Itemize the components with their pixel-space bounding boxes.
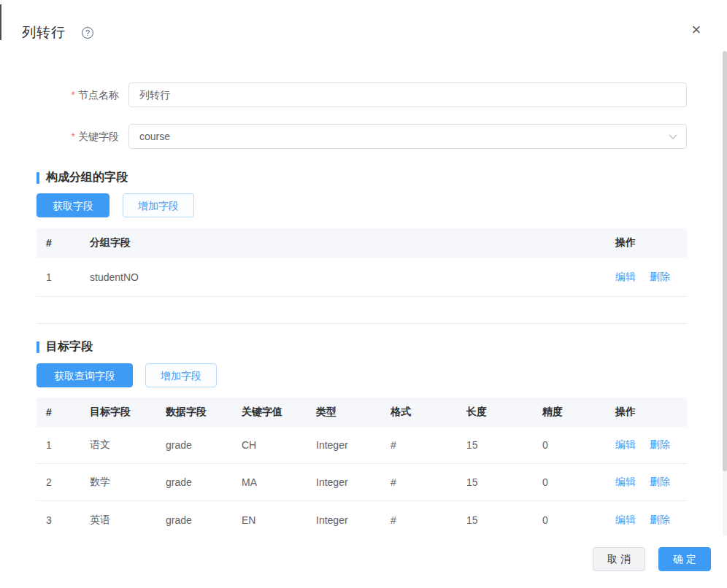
vertical-scrollbar-track[interactable] bbox=[723, 51, 727, 536]
col-target-field: 目标字段 bbox=[90, 406, 166, 419]
cell-precision: 0 bbox=[542, 476, 615, 488]
cell-group-field: studentNO bbox=[90, 271, 615, 283]
cell-index: 1 bbox=[46, 439, 90, 451]
cell-target-field: 英语 bbox=[90, 514, 166, 527]
table-row: 3 英语 grade EN Integer # 15 0 编辑删除 bbox=[36, 501, 687, 538]
col-data-field: 数据字段 bbox=[166, 406, 242, 419]
delete-link[interactable]: 删除 bbox=[650, 476, 670, 487]
vertical-scrollbar-thumb[interactable] bbox=[723, 51, 727, 471]
col-group-field: 分组字段 bbox=[90, 236, 615, 249]
key-field-select[interactable]: course bbox=[128, 124, 687, 149]
add-field-button[interactable]: 增加字段 bbox=[145, 363, 217, 387]
col-type: 类型 bbox=[316, 406, 391, 419]
cell-key-value: MA bbox=[242, 476, 316, 488]
cell-format: # bbox=[391, 476, 466, 488]
required-asterisk: * bbox=[72, 89, 75, 101]
cell-data-field: grade bbox=[166, 514, 242, 526]
cell-length: 15 bbox=[466, 476, 542, 488]
target-fields-table: # 目标字段 数据字段 关键字值 类型 格式 长度 精度 操作 1 语文 gra… bbox=[36, 398, 687, 538]
cell-index: 1 bbox=[46, 271, 90, 283]
close-icon[interactable]: × bbox=[687, 20, 706, 39]
col-format: 格式 bbox=[391, 406, 466, 419]
chevron-down-icon bbox=[669, 134, 677, 140]
cell-key-value: CH bbox=[242, 439, 316, 451]
cell-type: Integer bbox=[316, 514, 391, 526]
cell-type: Integer bbox=[316, 476, 391, 488]
key-field-label: *关键字段 bbox=[0, 124, 119, 149]
get-query-fields-button[interactable]: 获取查询字段 bbox=[36, 363, 133, 387]
cell-type: Integer bbox=[316, 439, 391, 451]
col-actions: 操作 bbox=[615, 236, 687, 249]
col-length: 长度 bbox=[466, 406, 542, 419]
cell-index: 2 bbox=[46, 476, 90, 488]
table-row: 1 studentNO 编辑删除 bbox=[36, 258, 687, 297]
cell-actions: 编辑删除 bbox=[615, 514, 687, 527]
cell-actions: 编辑删除 bbox=[615, 438, 687, 452]
delete-link[interactable]: 删除 bbox=[650, 438, 670, 450]
cell-length: 15 bbox=[466, 514, 542, 526]
cell-data-field: grade bbox=[166, 476, 242, 488]
cell-index: 3 bbox=[46, 514, 90, 526]
delete-link[interactable]: 删除 bbox=[650, 271, 670, 282]
column-to-row-dialog: 列转行 ? × *节点名称 列转行 *关键字段 course 构成分组的字段 获… bbox=[0, 0, 727, 588]
cell-precision: 0 bbox=[542, 514, 615, 526]
table-row: 2 数学 grade MA Integer # 15 0 编辑删除 bbox=[36, 464, 687, 501]
background-edge-artifact bbox=[0, 4, 1, 40]
cancel-button[interactable]: 取 消 bbox=[593, 547, 645, 571]
section-accent-bar bbox=[36, 172, 39, 184]
delete-link[interactable]: 删除 bbox=[650, 514, 670, 525]
group-fields-section-title: 构成分组的字段 bbox=[36, 170, 128, 185]
cell-data-field: grade bbox=[166, 439, 242, 451]
target-fields-section-title: 目标字段 bbox=[36, 339, 93, 355]
col-key-value: 关键字值 bbox=[242, 406, 316, 419]
table-header-row: # 分组字段 操作 bbox=[36, 228, 687, 258]
node-name-label: *节点名称 bbox=[0, 82, 119, 107]
col-index: # bbox=[46, 237, 90, 249]
cell-actions: 编辑删除 bbox=[615, 271, 687, 284]
cell-length: 15 bbox=[466, 439, 542, 451]
cell-format: # bbox=[391, 514, 466, 526]
get-fields-button[interactable]: 获取字段 bbox=[36, 193, 109, 217]
required-asterisk: * bbox=[72, 131, 75, 142]
help-icon[interactable]: ? bbox=[82, 27, 93, 39]
section-accent-bar bbox=[36, 341, 39, 353]
cell-actions: 编辑删除 bbox=[615, 476, 687, 489]
section-divider bbox=[36, 323, 687, 324]
edit-link[interactable]: 编辑 bbox=[615, 514, 636, 525]
confirm-button[interactable]: 确 定 bbox=[658, 547, 711, 571]
cell-format: # bbox=[391, 439, 466, 451]
table-row: 1 语文 grade CH Integer # 15 0 编辑删除 bbox=[36, 427, 687, 464]
node-name-input[interactable]: 列转行 bbox=[128, 82, 687, 107]
cell-precision: 0 bbox=[542, 439, 615, 451]
cell-target-field: 语文 bbox=[90, 438, 166, 452]
edit-link[interactable]: 编辑 bbox=[615, 438, 636, 450]
dialog-title: 列转行 bbox=[22, 23, 66, 42]
col-precision: 精度 bbox=[542, 406, 615, 419]
cell-target-field: 数学 bbox=[90, 476, 166, 489]
edit-link[interactable]: 编辑 bbox=[615, 476, 636, 487]
cell-key-value: EN bbox=[242, 514, 316, 526]
edit-link[interactable]: 编辑 bbox=[615, 271, 636, 282]
col-index: # bbox=[46, 406, 90, 418]
table-header-row: # 目标字段 数据字段 关键字值 类型 格式 长度 精度 操作 bbox=[36, 398, 687, 427]
col-actions: 操作 bbox=[615, 406, 687, 419]
group-fields-table: # 分组字段 操作 1 studentNO 编辑删除 bbox=[36, 228, 687, 297]
add-field-button[interactable]: 增加字段 bbox=[123, 193, 194, 217]
